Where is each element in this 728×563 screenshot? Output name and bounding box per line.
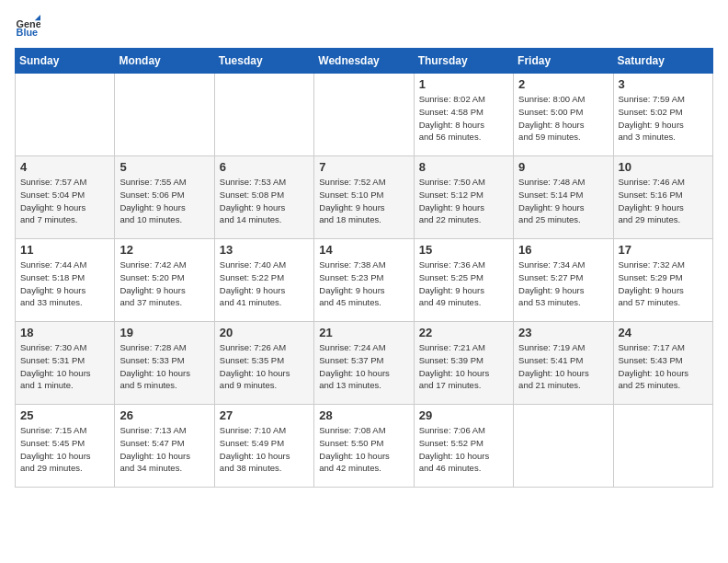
day-number: 20 — [220, 326, 309, 339]
calendar-cell: 19Sunrise: 7:28 AM Sunset: 5:33 PM Dayli… — [115, 322, 214, 405]
day-info: Sunrise: 7:06 AM Sunset: 5:52 PM Dayligh… — [419, 424, 508, 475]
day-number: 29 — [419, 408, 508, 422]
logo-icon: General Blue — [15, 15, 40, 40]
day-info: Sunrise: 7:17 AM Sunset: 5:43 PM Dayligh… — [619, 341, 708, 392]
day-number: 15 — [419, 243, 508, 257]
calendar-cell: 7Sunrise: 7:52 AM Sunset: 5:10 PM Daylig… — [314, 156, 414, 239]
day-info: Sunrise: 7:59 AM Sunset: 5:02 PM Dayligh… — [619, 93, 708, 144]
weekday-header-tuesday: Tuesday — [214, 49, 313, 74]
day-info: Sunrise: 7:57 AM Sunset: 5:04 PM Dayligh… — [20, 176, 109, 226]
day-info: Sunrise: 7:28 AM Sunset: 5:33 PM Dayligh… — [119, 341, 209, 392]
calendar-cell: 23Sunrise: 7:19 AM Sunset: 5:41 PM Dayli… — [514, 322, 613, 405]
day-info: Sunrise: 7:34 AM Sunset: 5:27 PM Dayligh… — [518, 259, 608, 309]
calendar-week-2: 4Sunrise: 7:57 AM Sunset: 5:04 PM Daylig… — [16, 156, 713, 239]
day-info: Sunrise: 7:40 AM Sunset: 5:22 PM Dayligh… — [220, 259, 309, 309]
day-info: Sunrise: 7:44 AM Sunset: 5:18 PM Dayligh… — [20, 259, 109, 309]
weekday-header-sunday: Sunday — [16, 49, 115, 74]
calendar-cell: 27Sunrise: 7:10 AM Sunset: 5:49 PM Dayli… — [214, 405, 313, 488]
calendar-week-4: 18Sunrise: 7:30 AM Sunset: 5:31 PM Dayli… — [16, 322, 713, 405]
day-number: 11 — [20, 243, 109, 257]
weekday-header-wednesday: Wednesday — [314, 49, 414, 74]
calendar-cell: 5Sunrise: 7:55 AM Sunset: 5:06 PM Daylig… — [115, 156, 214, 239]
day-info: Sunrise: 7:08 AM Sunset: 5:50 PM Dayligh… — [319, 424, 408, 475]
calendar-cell: 29Sunrise: 7:06 AM Sunset: 5:52 PM Dayli… — [414, 405, 513, 488]
calendar-week-3: 11Sunrise: 7:44 AM Sunset: 5:18 PM Dayli… — [16, 239, 713, 322]
day-info: Sunrise: 7:53 AM Sunset: 5:08 PM Dayligh… — [220, 176, 309, 226]
day-number: 28 — [319, 408, 408, 422]
day-info: Sunrise: 7:55 AM Sunset: 5:06 PM Dayligh… — [119, 176, 209, 226]
day-info: Sunrise: 7:10 AM Sunset: 5:49 PM Dayligh… — [220, 424, 309, 475]
day-number: 24 — [619, 326, 708, 339]
day-info: Sunrise: 7:26 AM Sunset: 5:35 PM Dayligh… — [220, 341, 309, 392]
day-number: 16 — [518, 243, 608, 257]
day-info: Sunrise: 8:02 AM Sunset: 4:58 PM Dayligh… — [419, 93, 508, 144]
day-number: 6 — [220, 160, 309, 174]
day-info: Sunrise: 7:32 AM Sunset: 5:29 PM Dayligh… — [619, 259, 708, 309]
calendar-cell — [115, 74, 214, 156]
calendar-cell: 24Sunrise: 7:17 AM Sunset: 5:43 PM Dayli… — [613, 322, 712, 405]
calendar-cell — [16, 74, 115, 156]
day-info: Sunrise: 7:42 AM Sunset: 5:20 PM Dayligh… — [119, 259, 209, 309]
calendar-cell: 2Sunrise: 8:00 AM Sunset: 5:00 PM Daylig… — [514, 74, 613, 156]
day-info: Sunrise: 7:19 AM Sunset: 5:41 PM Dayligh… — [518, 341, 608, 392]
calendar-cell: 16Sunrise: 7:34 AM Sunset: 5:27 PM Dayli… — [514, 239, 613, 322]
calendar-cell: 26Sunrise: 7:13 AM Sunset: 5:47 PM Dayli… — [115, 405, 214, 488]
calendar-cell: 6Sunrise: 7:53 AM Sunset: 5:08 PM Daylig… — [214, 156, 313, 239]
weekday-header-monday: Monday — [115, 49, 214, 74]
calendar-week-1: 1Sunrise: 8:02 AM Sunset: 4:58 PM Daylig… — [16, 74, 713, 156]
calendar-body: 1Sunrise: 8:02 AM Sunset: 4:58 PM Daylig… — [16, 74, 713, 488]
day-number: 7 — [319, 160, 408, 174]
calendar-cell: 3Sunrise: 7:59 AM Sunset: 5:02 PM Daylig… — [613, 74, 712, 156]
day-number: 4 — [20, 160, 109, 174]
weekday-header-thursday: Thursday — [414, 49, 513, 74]
calendar-cell: 18Sunrise: 7:30 AM Sunset: 5:31 PM Dayli… — [16, 322, 115, 405]
day-info: Sunrise: 7:36 AM Sunset: 5:25 PM Dayligh… — [419, 259, 508, 309]
calendar-cell: 21Sunrise: 7:24 AM Sunset: 5:37 PM Dayli… — [314, 322, 414, 405]
calendar-cell: 8Sunrise: 7:50 AM Sunset: 5:12 PM Daylig… — [414, 156, 513, 239]
day-number: 23 — [518, 326, 608, 339]
calendar-cell: 1Sunrise: 8:02 AM Sunset: 4:58 PM Daylig… — [414, 74, 513, 156]
day-info: Sunrise: 7:38 AM Sunset: 5:23 PM Dayligh… — [319, 259, 408, 309]
day-number: 22 — [419, 326, 508, 339]
day-info: Sunrise: 7:30 AM Sunset: 5:31 PM Dayligh… — [20, 341, 109, 392]
day-info: Sunrise: 7:13 AM Sunset: 5:47 PM Dayligh… — [119, 424, 209, 475]
calendar-cell: 20Sunrise: 7:26 AM Sunset: 5:35 PM Dayli… — [214, 322, 313, 405]
svg-text:Blue: Blue — [17, 27, 39, 38]
day-number: 10 — [619, 160, 708, 174]
calendar-cell: 4Sunrise: 7:57 AM Sunset: 5:04 PM Daylig… — [16, 156, 115, 239]
calendar-cell: 11Sunrise: 7:44 AM Sunset: 5:18 PM Dayli… — [16, 239, 115, 322]
calendar-cell — [214, 74, 313, 156]
day-info: Sunrise: 7:24 AM Sunset: 5:37 PM Dayligh… — [319, 341, 408, 392]
day-number: 21 — [319, 326, 408, 339]
calendar-header: SundayMondayTuesdayWednesdayThursdayFrid… — [16, 49, 713, 74]
day-number: 2 — [518, 77, 608, 91]
weekday-header-saturday: Saturday — [613, 49, 712, 74]
calendar-cell — [514, 405, 613, 488]
day-number: 5 — [119, 160, 209, 174]
calendar-cell — [314, 74, 414, 156]
svg-marker-2 — [35, 15, 40, 20]
day-number: 13 — [220, 243, 309, 257]
calendar-table: SundayMondayTuesdayWednesdayThursdayFrid… — [15, 48, 713, 488]
calendar-cell: 10Sunrise: 7:46 AM Sunset: 5:16 PM Dayli… — [613, 156, 712, 239]
logo: General Blue — [15, 15, 44, 40]
calendar-cell: 13Sunrise: 7:40 AM Sunset: 5:22 PM Dayli… — [214, 239, 313, 322]
day-info: Sunrise: 7:15 AM Sunset: 5:45 PM Dayligh… — [20, 424, 109, 475]
day-info: Sunrise: 7:50 AM Sunset: 5:12 PM Dayligh… — [419, 176, 508, 226]
day-info: Sunrise: 7:52 AM Sunset: 5:10 PM Dayligh… — [319, 176, 408, 226]
day-number: 27 — [220, 408, 309, 422]
calendar-week-5: 25Sunrise: 7:15 AM Sunset: 5:45 PM Dayli… — [16, 405, 713, 488]
day-info: Sunrise: 7:48 AM Sunset: 5:14 PM Dayligh… — [518, 176, 608, 226]
calendar-cell: 14Sunrise: 7:38 AM Sunset: 5:23 PM Dayli… — [314, 239, 414, 322]
day-number: 17 — [619, 243, 708, 257]
day-number: 26 — [119, 408, 209, 422]
day-number: 12 — [119, 243, 209, 257]
weekday-header-friday: Friday — [514, 49, 613, 74]
calendar-cell: 12Sunrise: 7:42 AM Sunset: 5:20 PM Dayli… — [115, 239, 214, 322]
calendar-cell: 15Sunrise: 7:36 AM Sunset: 5:25 PM Dayli… — [414, 239, 513, 322]
weekday-header-row: SundayMondayTuesdayWednesdayThursdayFrid… — [16, 49, 713, 74]
day-number: 19 — [119, 326, 209, 339]
day-info: Sunrise: 7:46 AM Sunset: 5:16 PM Dayligh… — [619, 176, 708, 226]
calendar-cell: 25Sunrise: 7:15 AM Sunset: 5:45 PM Dayli… — [16, 405, 115, 488]
day-info: Sunrise: 8:00 AM Sunset: 5:00 PM Dayligh… — [518, 93, 608, 144]
